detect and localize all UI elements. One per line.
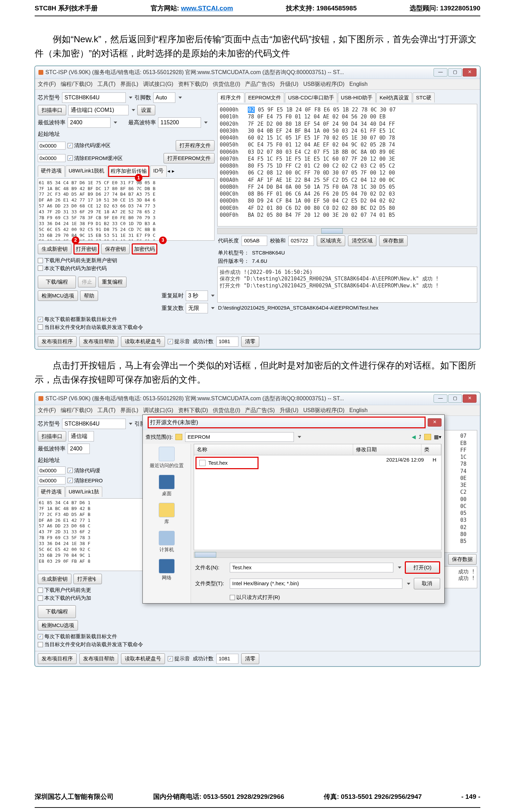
clear-area-button[interactable]: 清空区域 bbox=[348, 235, 376, 246]
site-link[interactable]: www.STCAI.com bbox=[181, 5, 233, 12]
tab-keil[interactable]: Keil仿真设置 bbox=[376, 92, 412, 103]
menu-download[interactable]: 资料下载(D) bbox=[178, 406, 208, 414]
close-button[interactable]: ✕ bbox=[463, 394, 477, 403]
clear-code-checkbox[interactable]: 清除代码缓冲区 bbox=[74, 142, 111, 150]
menu-program[interactable]: 编程/下载(O) bbox=[61, 80, 93, 88]
open-eeprom-button[interactable]: 打开EEPROM文件 bbox=[164, 153, 215, 164]
port-select[interactable]: 通信端 bbox=[68, 431, 94, 441]
tab-hardware[interactable]: 硬件选项 bbox=[38, 487, 65, 497]
port-select[interactable]: 通信端口 (COM1) bbox=[68, 105, 129, 115]
baud-min-select[interactable]: 2400 bbox=[68, 444, 90, 454]
tab-usb-hid[interactable]: USB-HID助手 bbox=[338, 92, 376, 103]
publish-program-button[interactable]: 发布项目程序 bbox=[38, 336, 77, 347]
readonly-checkbox[interactable]: 以只读方式打开(R) bbox=[236, 594, 280, 601]
pin-select[interactable]: Auto bbox=[153, 92, 175, 103]
col-date[interactable]: 修改日期 bbox=[353, 444, 421, 455]
menu-english[interactable]: English bbox=[349, 406, 367, 414]
beep-checkbox[interactable]: 提示音 bbox=[174, 655, 190, 663]
place-desktop[interactable]: 桌面 bbox=[159, 475, 175, 497]
addr-eeprom-input[interactable] bbox=[38, 154, 66, 162]
new-folder-icon[interactable] bbox=[424, 434, 431, 440]
open-key-button-short[interactable]: 打开密钅 bbox=[73, 574, 102, 585]
chip-select[interactable]: STC8H8K64U bbox=[62, 419, 126, 429]
repeat-delay-select[interactable]: 3 秒 bbox=[186, 291, 208, 301]
menu-file[interactable]: 文件(F) bbox=[38, 80, 56, 88]
menu-upgrade[interactable]: 升级(U) bbox=[280, 80, 298, 88]
filetype-select[interactable]: Intel Hex/Binary (*.hex; *.bin) bbox=[230, 579, 402, 589]
close-button[interactable]: ✕ bbox=[463, 68, 477, 77]
back-icon[interactable]: ◀ bbox=[412, 433, 416, 441]
reload-target-checkbox[interactable]: 每次下载前都重新装载目标文件 bbox=[44, 633, 117, 641]
filename-input[interactable]: Test.hex bbox=[230, 563, 393, 573]
menu-english[interactable]: English bbox=[349, 80, 367, 88]
encrypted-code-short[interactable]: 本次下载的代码为加 bbox=[44, 594, 91, 602]
gen-key-button[interactable]: 生成新密钥 bbox=[38, 244, 71, 255]
reload-target-checkbox[interactable]: 每次下载前都重新装载目标文件 bbox=[44, 315, 117, 323]
clear-count-button[interactable]: 清零 bbox=[241, 336, 259, 347]
file-list[interactable]: 名称 修改日期 类 Test.hex 2021/4/26 12:09 H bbox=[194, 444, 442, 550]
open-button[interactable]: 打开(O) bbox=[405, 561, 440, 574]
hex-scrollbar[interactable] bbox=[217, 228, 477, 234]
baud-min-select[interactable]: 2400 bbox=[68, 117, 111, 128]
gen-key-button[interactable]: 生成新密钥 bbox=[38, 574, 71, 585]
menu-tools[interactable]: 工具(T) bbox=[97, 406, 115, 414]
menu-layout[interactable]: 界面(L) bbox=[120, 80, 138, 88]
fill-area-button[interactable]: 区域填充 bbox=[317, 235, 345, 246]
beep-checkbox[interactable]: 提示音 bbox=[174, 338, 190, 346]
tab-u8w[interactable]: U8W/Link1脱机 bbox=[66, 166, 107, 177]
menu-supply[interactable]: 供货信息(I) bbox=[213, 406, 240, 414]
tab-hardware[interactable]: 硬件选项 bbox=[38, 166, 65, 177]
publish-program-button[interactable]: 发布项目程序 bbox=[38, 653, 77, 664]
minimize-button[interactable]: — bbox=[434, 394, 447, 403]
tab-id[interactable]: ID号 bbox=[150, 166, 167, 177]
auto-reload-checkbox[interactable]: 当目标文件变化时自动装载并发送下载命令 bbox=[44, 323, 143, 331]
open-key-button[interactable]: 打开密钥 bbox=[73, 243, 99, 255]
detect-mcu-button[interactable]: 检测MCU选项 bbox=[38, 291, 78, 301]
place-computer[interactable]: 计算机 bbox=[159, 531, 175, 553]
file-item-name[interactable]: Test.hex bbox=[208, 459, 228, 467]
repeat-program-button[interactable]: 重复编程 bbox=[98, 277, 126, 287]
baud-max-select[interactable]: 115200 bbox=[158, 117, 201, 128]
stop-button[interactable]: 停止 bbox=[78, 277, 96, 287]
chip-select[interactable]: STC8H8K64U bbox=[62, 92, 126, 103]
menu-layout[interactable]: 界面(L) bbox=[120, 406, 138, 414]
menu-debug[interactable]: 调试接口(G) bbox=[143, 80, 173, 88]
publish-help-button[interactable]: 发布项目帮助 bbox=[79, 653, 118, 664]
open-program-button[interactable]: 打开程序文件 bbox=[176, 140, 215, 151]
addr-code-input[interactable] bbox=[38, 142, 66, 150]
menu-program[interactable]: 编程/下载(O) bbox=[61, 406, 93, 414]
menu-debug[interactable]: 调试接口(G) bbox=[143, 406, 173, 414]
place-recent[interactable]: 最近访问的位置 bbox=[150, 447, 184, 469]
save-data-button[interactable]: 保存数据 bbox=[379, 235, 408, 246]
clear-code-short[interactable]: 清除代码缓 bbox=[74, 467, 100, 475]
update-key-checkbox[interactable]: 下载用户代码前先更新用户密钥 bbox=[44, 257, 117, 265]
read-hdd-button[interactable]: 读取本机硬盘号 bbox=[121, 653, 165, 664]
minimize-button[interactable]: — bbox=[434, 68, 447, 77]
menu-ads[interactable]: 产品广告(S) bbox=[245, 80, 274, 88]
clear-count-button[interactable]: 清零 bbox=[241, 653, 259, 664]
scan-port-button[interactable]: 扫描串口 bbox=[38, 431, 66, 442]
repeat-times-select[interactable]: 无限 bbox=[186, 303, 208, 313]
clear-eeprom-short[interactable]: 清除EEPRO bbox=[74, 477, 103, 485]
download-button[interactable]: 下载/编程 bbox=[38, 605, 76, 618]
menu-usbdrv[interactable]: USB驱动程序(D) bbox=[303, 80, 344, 88]
tab-program-file[interactable]: 程序文件 bbox=[217, 92, 244, 103]
addr-eeprom-input[interactable] bbox=[38, 476, 66, 484]
save-key-button[interactable]: 保存密钥 bbox=[101, 244, 130, 255]
settings-button[interactable]: 设置 bbox=[137, 105, 155, 116]
auto-reload-checkbox[interactable]: 当目标文件变化时自动装载并发送下载命令 bbox=[44, 641, 143, 649]
lookin-combo[interactable]: EEPROM bbox=[185, 432, 294, 442]
dialog-close-button[interactable]: ✕ bbox=[428, 418, 442, 427]
read-hdd-button[interactable]: 读取本机硬盘号 bbox=[121, 336, 165, 347]
encrypted-code-checkbox[interactable]: 本次下载的代码为加密代码 bbox=[44, 265, 107, 273]
up-icon[interactable]: ⤴ bbox=[419, 433, 421, 441]
place-network[interactable]: 网络 bbox=[159, 559, 175, 581]
tab-eeprom-file[interactable]: EEPROM文件 bbox=[245, 92, 284, 103]
menu-usbdrv[interactable]: USB驱动程序(D) bbox=[303, 406, 344, 414]
col-type[interactable]: 类 bbox=[421, 444, 441, 455]
scan-port-button[interactable]: 扫描串口 bbox=[38, 105, 66, 116]
encrypt-code-button[interactable]: 加密代码 bbox=[132, 243, 157, 255]
place-libraries[interactable]: 库 bbox=[159, 503, 175, 525]
cancel-button[interactable]: 取消 bbox=[414, 578, 440, 589]
download-button[interactable]: 下载/编程 bbox=[38, 276, 76, 288]
